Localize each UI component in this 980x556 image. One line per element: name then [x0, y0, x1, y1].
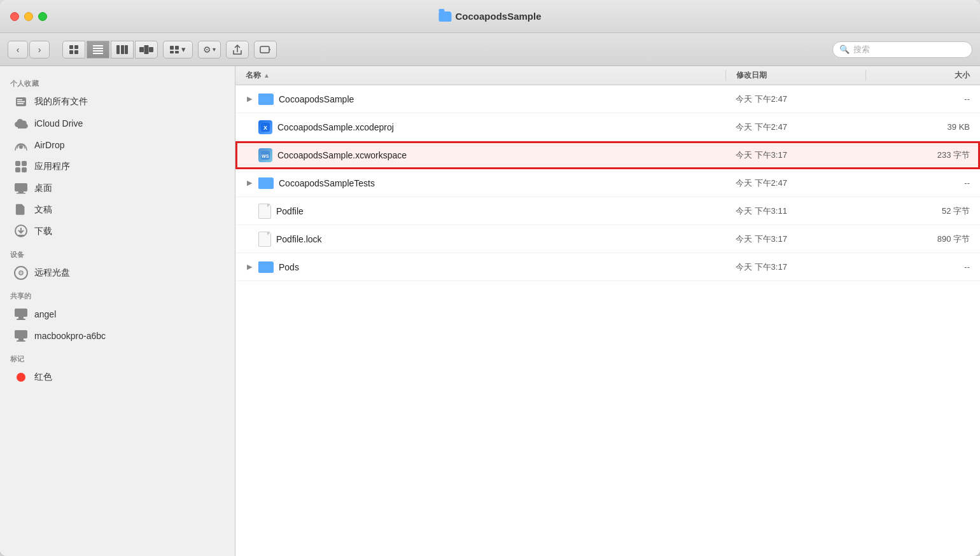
svg-rect-0	[69, 45, 73, 49]
file-date-cell: 今天 下午3:17	[725, 261, 865, 273]
search-placeholder: 搜索	[853, 44, 870, 55]
gear-icon: ⚙	[203, 45, 211, 55]
svg-rect-43	[18, 338, 24, 340]
tag-button[interactable]	[254, 41, 277, 59]
action-button[interactable]: ⚙ ▾	[198, 41, 221, 59]
column-view-button[interactable]	[111, 41, 134, 59]
list-view-button[interactable]	[87, 41, 109, 59]
minimize-button[interactable]	[24, 12, 33, 21]
column-size[interactable]: 大小	[865, 70, 980, 81]
svg-rect-1	[74, 45, 78, 49]
sidebar: 个人收藏 我的所有文件 iClo	[0, 66, 235, 556]
search-bar[interactable]: 🔍 搜索	[832, 41, 972, 58]
documents-label: 文稿	[34, 204, 52, 216]
sidebar-item-documents[interactable]: 文稿	[4, 199, 231, 221]
svg-rect-11	[139, 47, 144, 52]
maximize-button[interactable]	[38, 12, 47, 21]
documents-icon	[14, 203, 28, 217]
titlebar-center: CocoapodsSample	[438, 11, 541, 22]
downloads-icon	[14, 225, 28, 239]
sidebar-item-macbook[interactable]: macbookpro-a6bc	[4, 325, 231, 347]
sidebar-item-airdrop[interactable]: AirDrop	[4, 134, 231, 156]
window-title: CocoapodsSample	[455, 11, 541, 22]
file-size-cell: --	[865, 262, 980, 272]
file-size-cell: 52 字节	[865, 205, 980, 217]
all-files-label: 我的所有文件	[34, 96, 88, 108]
svg-rect-9	[121, 45, 124, 54]
table-row[interactable]: Podfile 今天 下午3:11 52 字节	[235, 197, 980, 225]
dvd-icon	[14, 266, 28, 280]
svg-rect-28	[15, 167, 20, 172]
airdrop-icon	[14, 138, 28, 152]
svg-rect-3	[74, 50, 78, 54]
svg-rect-22	[17, 99, 22, 101]
file-size-cell: 890 字节	[865, 233, 980, 245]
nav-buttons: ‹ ›	[8, 41, 50, 59]
file-name-cell: Podfile	[235, 204, 725, 219]
svg-rect-5	[93, 48, 103, 49]
view-buttons	[62, 41, 158, 59]
back-button[interactable]: ‹	[8, 41, 28, 59]
file-size-cell: --	[865, 94, 980, 104]
table-row[interactable]: ▶ CocoapodsSampleTests 今天 下午2:47 --	[235, 169, 980, 197]
group-arrow-icon: ▾	[181, 45, 186, 54]
file-name-cell: WS CocoapodsSample.xcworkspace	[235, 148, 725, 162]
table-row[interactable]: Podfile.lock 今天 下午3:17 890 字节	[235, 225, 980, 253]
icon-view-button[interactable]	[62, 41, 85, 59]
file-name-cell: ▶ CocoapodsSample	[235, 94, 725, 105]
svg-rect-17	[175, 51, 179, 53]
svg-text:WS: WS	[262, 154, 269, 158]
titlebar: CocoapodsSample	[0, 0, 980, 33]
sidebar-item-red-tag[interactable]: 红色	[4, 366, 231, 388]
table-row[interactable]: ▶ CocoapodsSample 今天 下午2:47 --	[235, 85, 980, 113]
svg-rect-39	[15, 309, 27, 317]
finder-window: CocoapodsSample ‹ ›	[0, 0, 980, 556]
svg-rect-2	[69, 50, 73, 54]
expand-arrow-icon[interactable]: ▶	[246, 263, 253, 271]
file-list-area: 名称 ▲ 修改日期 大小 ▶ CocoapodsSample	[235, 66, 980, 556]
sidebar-item-desktop[interactable]: 桌面	[4, 177, 231, 199]
svg-rect-7	[93, 53, 103, 54]
forward-button[interactable]: ›	[29, 41, 50, 59]
file-name-cell: ▶ Pods	[235, 261, 725, 273]
file-name-cell: ▶ CocoapodsSampleTests	[235, 177, 725, 189]
angel-label: angel	[34, 309, 56, 319]
file-name-label: CocoapodsSample.xcworkspace	[277, 150, 407, 160]
sidebar-item-dvd[interactable]: 远程光盘	[4, 262, 231, 284]
svg-rect-40	[18, 317, 24, 319]
angel-monitor-icon	[14, 307, 28, 321]
icloud-icon	[14, 116, 28, 130]
file-name-label: Pods	[279, 262, 299, 272]
expand-arrow-icon[interactable]: ▶	[246, 95, 253, 103]
close-button[interactable]	[10, 12, 19, 21]
table-row[interactable]: WS CocoapodsSample.xcworkspace 今天 下午3:17…	[235, 141, 980, 169]
downloads-label: 下载	[34, 226, 52, 237]
file-name-label: CocoapodsSample	[279, 94, 354, 104]
svg-rect-14	[170, 46, 174, 50]
svg-point-38	[20, 272, 22, 274]
column-date[interactable]: 修改日期	[725, 70, 865, 81]
column-name[interactable]: 名称 ▲	[235, 70, 725, 81]
table-row[interactable]: ▶ Pods 今天 下午3:17 --	[235, 253, 980, 281]
sidebar-item-applications[interactable]: 应用程序	[4, 156, 231, 177]
sidebar-item-downloads[interactable]: 下载	[4, 221, 231, 242]
svg-rect-29	[22, 167, 27, 172]
file-name-label: Podfile	[276, 206, 304, 216]
forward-icon: ›	[38, 45, 41, 55]
table-row[interactable]: X CocoapodsSample.xcodeproj 今天 下午2:47 39…	[235, 113, 980, 141]
all-files-icon	[14, 95, 28, 109]
sidebar-item-angel[interactable]: angel	[4, 303, 231, 325]
toolbar: ‹ ›	[0, 33, 980, 66]
red-tag-label: 红色	[34, 372, 52, 383]
sidebar-item-icloud[interactable]: iCloud Drive	[4, 113, 231, 134]
folder-icon	[258, 261, 274, 273]
folder-icon	[258, 177, 274, 189]
svg-rect-8	[116, 45, 120, 54]
group-button[interactable]: ▾	[163, 41, 193, 59]
sidebar-item-all-files[interactable]: 我的所有文件	[4, 91, 231, 113]
cover-view-button[interactable]	[135, 41, 158, 59]
sort-arrow-icon: ▲	[263, 72, 270, 79]
svg-rect-42	[15, 330, 27, 338]
expand-arrow-icon[interactable]: ▶	[246, 179, 253, 187]
share-button[interactable]	[226, 41, 249, 59]
